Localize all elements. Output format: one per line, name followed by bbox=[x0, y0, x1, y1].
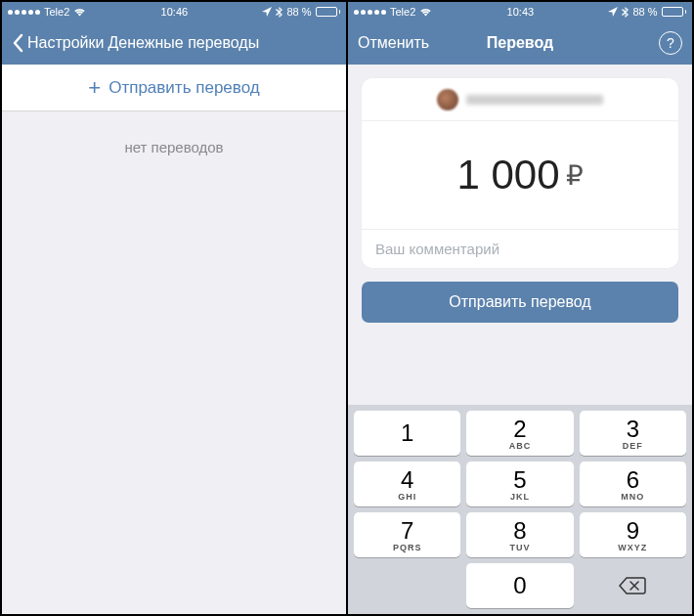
battery-icon bbox=[316, 7, 341, 17]
send-button[interactable]: Отправить перевод bbox=[362, 282, 678, 323]
status-bar: Tele2 10:46 88 % bbox=[2, 2, 346, 22]
send-button-label: Отправить перевод bbox=[449, 293, 590, 311]
recipient-name-redacted bbox=[466, 95, 603, 105]
keypad-blank bbox=[354, 563, 460, 608]
keypad-key-2[interactable]: 2ABC bbox=[466, 411, 573, 456]
status-bar: Tele2 10:43 88 % bbox=[348, 2, 692, 22]
keypad-key-4[interactable]: 4GHI bbox=[354, 462, 460, 506]
chevron-left-icon bbox=[12, 33, 23, 53]
signal-icon bbox=[8, 10, 40, 15]
carrier-label: Tele2 bbox=[44, 6, 69, 18]
page-title: Денежные переводы bbox=[108, 34, 259, 52]
wifi-icon bbox=[419, 8, 432, 17]
page-title: Перевод bbox=[487, 34, 553, 52]
bluetooth-icon bbox=[622, 7, 629, 18]
back-button[interactable]: Настройки bbox=[12, 33, 104, 53]
transfer-card: 1 000 ₽ bbox=[362, 78, 678, 268]
currency-symbol: ₽ bbox=[566, 159, 584, 192]
clock-label: 10:43 bbox=[507, 6, 535, 18]
screen-transfer-form: Tele2 10:43 88 % Отменить Перевод ? 1 00… bbox=[348, 2, 692, 614]
keypad-key-1[interactable]: 1 bbox=[354, 411, 460, 456]
location-icon bbox=[608, 7, 618, 17]
avatar bbox=[437, 89, 458, 110]
nav-bar: Отменить Перевод ? bbox=[348, 22, 692, 65]
amount-value: 1 000 bbox=[456, 152, 559, 198]
wifi-icon bbox=[73, 8, 86, 17]
content-area: + Отправить перевод нет переводов bbox=[2, 65, 346, 614]
battery-text: 88 % bbox=[632, 6, 657, 18]
battery-text: 88 % bbox=[286, 6, 311, 18]
amount-display[interactable]: 1 000 ₽ bbox=[362, 121, 678, 229]
keypad-key-6[interactable]: 6MNO bbox=[580, 462, 686, 506]
battery-icon bbox=[662, 7, 687, 17]
content-area: 1 000 ₽ Отправить перевод bbox=[348, 65, 692, 405]
numeric-keypad: 12ABC3DEF4GHI5JKL6MNO7PQRS8TUV9WXYZ 0 bbox=[348, 405, 692, 614]
backspace-icon bbox=[619, 576, 646, 595]
keypad-backspace[interactable] bbox=[580, 563, 686, 608]
signal-icon bbox=[354, 10, 386, 15]
send-transfer-button[interactable]: + Отправить перевод bbox=[2, 65, 346, 111]
keypad-key-0[interactable]: 0 bbox=[466, 563, 573, 608]
nav-bar: Настройки Денежные переводы bbox=[2, 22, 346, 65]
clock-label: 10:46 bbox=[161, 6, 189, 18]
back-label: Настройки bbox=[27, 34, 104, 52]
keypad-key-9[interactable]: 9WXYZ bbox=[580, 512, 686, 557]
keypad-key-3[interactable]: 3DEF bbox=[580, 411, 686, 456]
keypad-key-7[interactable]: 7PQRS bbox=[354, 512, 460, 557]
screen-transfers-list: Tele2 10:46 88 % Настройки Денежные пере… bbox=[2, 2, 346, 614]
comment-input[interactable] bbox=[375, 241, 665, 257]
help-button[interactable]: ? bbox=[659, 31, 682, 55]
keypad-key-8[interactable]: 8TUV bbox=[466, 512, 573, 557]
recipient-row[interactable] bbox=[362, 78, 678, 121]
question-icon: ? bbox=[667, 35, 674, 51]
empty-state-label: нет переводов bbox=[2, 139, 346, 155]
comment-field[interactable] bbox=[362, 229, 678, 268]
cancel-label: Отменить bbox=[358, 34, 429, 52]
location-icon bbox=[262, 7, 272, 17]
carrier-label: Tele2 bbox=[390, 6, 415, 18]
keypad-key-5[interactable]: 5JKL bbox=[466, 462, 573, 506]
plus-icon: + bbox=[88, 77, 101, 99]
bluetooth-icon bbox=[276, 7, 282, 18]
cancel-button[interactable]: Отменить bbox=[358, 34, 429, 52]
send-transfer-label: Отправить перевод bbox=[108, 78, 259, 98]
